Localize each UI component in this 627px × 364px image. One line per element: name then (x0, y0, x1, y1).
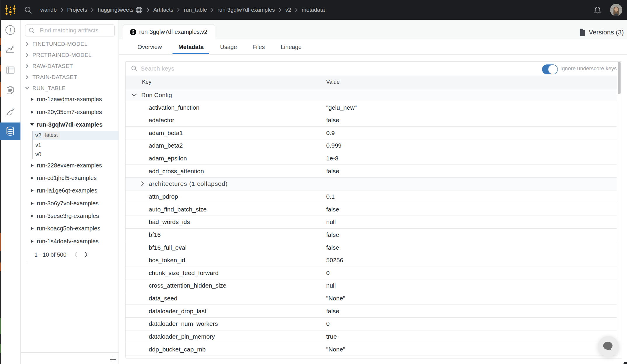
svg-text:i: i (9, 27, 11, 34)
